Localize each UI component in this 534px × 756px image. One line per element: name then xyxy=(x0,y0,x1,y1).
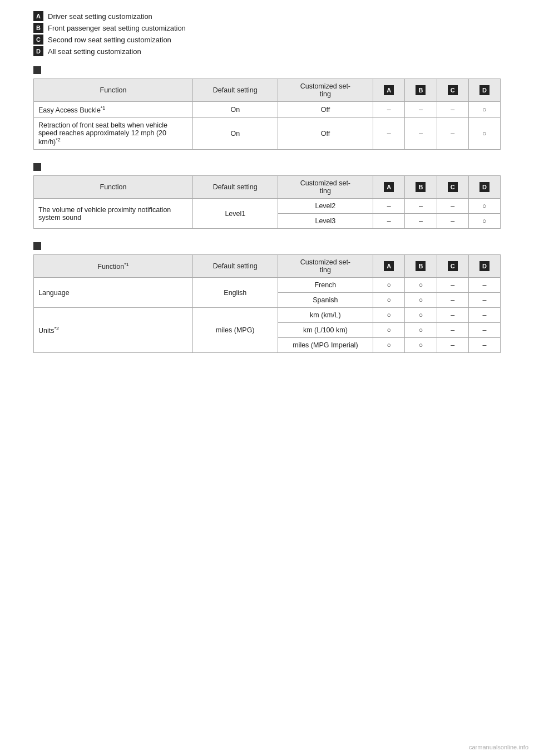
col-header-a-1: A xyxy=(373,79,405,102)
table-row: Easy Access Buckle*1 On Off – – – ○ xyxy=(34,102,501,118)
c-cell: – xyxy=(437,199,468,214)
default-cell: English xyxy=(193,278,278,308)
a-cell: – xyxy=(373,214,405,229)
section-icon-proximity xyxy=(33,163,41,171)
col-header-function-2: Function xyxy=(34,176,193,199)
col-header-c-3: C xyxy=(437,255,468,278)
b-cell: – xyxy=(405,118,437,150)
c-cell: – xyxy=(437,323,468,338)
legend-item-c: C Second row seat setting customization xyxy=(33,35,501,45)
b-cell: ○ xyxy=(405,308,437,323)
custom-cell: Level3 xyxy=(278,214,373,229)
b-cell: – xyxy=(405,214,437,229)
legend-text-d: All seat setting customization xyxy=(48,47,141,56)
a-cell: ○ xyxy=(373,293,405,308)
b-cell: – xyxy=(405,102,437,118)
a-cell: ○ xyxy=(373,278,405,293)
custom-cell: Spanish xyxy=(278,293,373,308)
table-row: The volume of vehicle proximity notifica… xyxy=(34,199,501,214)
custom-cell: French xyxy=(278,278,373,293)
col-header-d-2: D xyxy=(468,176,500,199)
legend-section: A Driver seat setting customization B Fr… xyxy=(33,11,501,56)
default-cell: Level1 xyxy=(193,199,278,229)
col-header-a-3: A xyxy=(373,255,405,278)
col-header-b-2: B xyxy=(405,176,437,199)
legend-text-c: Second row seat setting customization xyxy=(48,36,171,44)
col-header-c-1: C xyxy=(437,79,468,102)
section-icon-seatbelts xyxy=(33,66,41,74)
function-cell: Language xyxy=(34,278,193,308)
d-cell: ○ xyxy=(468,102,500,118)
table-row: Retraction of front seat belts when vehi… xyxy=(34,118,501,150)
table-language: Function*1 Default setting Customized se… xyxy=(33,254,501,353)
default-cell: miles (MPG) xyxy=(193,308,278,353)
watermark: carmanualsonline.info xyxy=(469,744,528,750)
section-icon-language xyxy=(33,242,41,250)
c-cell: – xyxy=(437,278,468,293)
col-header-default-2: Default setting xyxy=(193,176,278,199)
badge-c: C xyxy=(33,35,43,45)
function-cell: Units*2 xyxy=(34,308,193,353)
a-cell: – xyxy=(373,118,405,150)
a-cell: ○ xyxy=(373,323,405,338)
function-cell: The volume of vehicle proximity notifica… xyxy=(34,199,193,229)
legend-item-b: B Front passenger seat setting customiza… xyxy=(33,23,501,33)
col-header-d-1: D xyxy=(468,79,500,102)
d-cell: ○ xyxy=(468,118,500,150)
badge-a: A xyxy=(33,11,43,21)
custom-cell: Level2 xyxy=(278,199,373,214)
c-cell: – xyxy=(437,308,468,323)
table-row: Language English French ○ ○ – – xyxy=(34,278,501,293)
d-cell: – xyxy=(468,323,500,338)
c-cell: – xyxy=(437,214,468,229)
d-cell: – xyxy=(468,293,500,308)
custom-cell: Off xyxy=(278,118,373,150)
custom-cell: km (L/100 km) xyxy=(278,323,373,338)
legend-item-a: A Driver seat setting customization xyxy=(33,11,501,21)
col-header-default-3: Default setting xyxy=(193,255,278,278)
b-cell: – xyxy=(405,199,437,214)
section-header-seatbelts xyxy=(33,66,501,74)
default-cell: On xyxy=(193,102,278,118)
col-header-c-2: C xyxy=(437,176,468,199)
b-cell: ○ xyxy=(405,278,437,293)
d-cell: – xyxy=(468,278,500,293)
badge-d: D xyxy=(33,46,43,56)
a-cell: – xyxy=(373,102,405,118)
a-cell: ○ xyxy=(373,338,405,353)
col-header-function-3: Function*1 xyxy=(34,255,193,278)
col-header-custom-2: Customized set-ting xyxy=(278,176,373,199)
d-cell: ○ xyxy=(468,214,500,229)
col-header-custom-1: Customized set-ting xyxy=(278,79,373,102)
d-cell: – xyxy=(468,308,500,323)
c-cell: – xyxy=(437,118,468,150)
d-cell: ○ xyxy=(468,199,500,214)
table-row: Units*2 miles (MPG) km (km/L) ○ ○ – – xyxy=(34,308,501,323)
b-cell: ○ xyxy=(405,293,437,308)
col-header-b-1: B xyxy=(405,79,437,102)
col-header-default-1: Default setting xyxy=(193,79,278,102)
b-cell: ○ xyxy=(405,338,437,353)
table-seatbelts: Function Default setting Customized set-… xyxy=(33,78,501,150)
b-cell: ○ xyxy=(405,323,437,338)
badge-b: B xyxy=(33,23,43,33)
col-header-a-2: A xyxy=(373,176,405,199)
d-cell: – xyxy=(468,338,500,353)
default-cell: On xyxy=(193,118,278,150)
custom-cell: miles (MPG Imperial) xyxy=(278,338,373,353)
legend-text-b: Front passenger seat setting customizati… xyxy=(48,24,186,32)
custom-cell: km (km/L) xyxy=(278,308,373,323)
col-header-d-3: D xyxy=(468,255,500,278)
c-cell: – xyxy=(437,102,468,118)
col-header-function-1: Function xyxy=(34,79,193,102)
col-header-custom-3: Customized set-ting xyxy=(278,255,373,278)
custom-cell: Off xyxy=(278,102,373,118)
function-cell: Easy Access Buckle*1 xyxy=(34,102,193,118)
function-cell: Retraction of front seat belts when vehi… xyxy=(34,118,193,150)
a-cell: ○ xyxy=(373,308,405,323)
section-header-language xyxy=(33,242,501,250)
table-proximity: Function Default setting Customized set-… xyxy=(33,175,501,229)
legend-text-a: Driver seat setting customization xyxy=(48,12,152,21)
col-header-b-3: B xyxy=(405,255,437,278)
c-cell: – xyxy=(437,293,468,308)
